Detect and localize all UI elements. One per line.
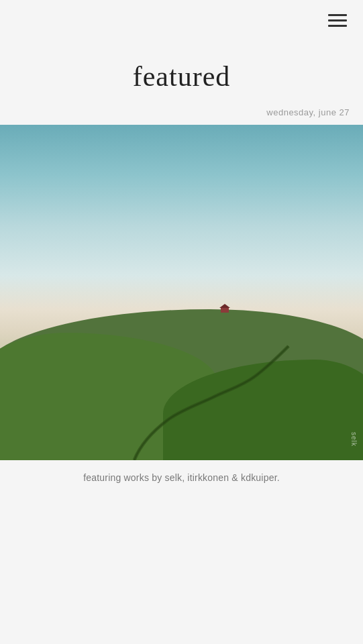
hamburger-line-1 — [328, 14, 347, 16]
road-svg — [0, 309, 363, 460]
carousel-image: selk — [0, 125, 363, 460]
title-section: featured — [0, 40, 363, 106]
caption-text: featuring works by selk, itirkkonen & kd… — [13, 472, 350, 483]
date-label: wednesday, june 27 — [266, 107, 350, 117]
caption-section: featuring works by selk, itirkkonen & kd… — [0, 460, 363, 503]
image-carousel[interactable]: selk — [0, 125, 363, 460]
photo-watermark: selk — [350, 432, 358, 447]
hamburger-line-2 — [328, 19, 347, 21]
barn — [221, 307, 229, 313]
hamburger-line-3 — [328, 25, 347, 27]
page-title: featured — [13, 60, 350, 93]
menu-button[interactable] — [325, 11, 350, 30]
landscape-scene: selk — [0, 125, 363, 460]
date-section: wednesday, june 27 — [0, 106, 363, 125]
header — [0, 0, 363, 40]
